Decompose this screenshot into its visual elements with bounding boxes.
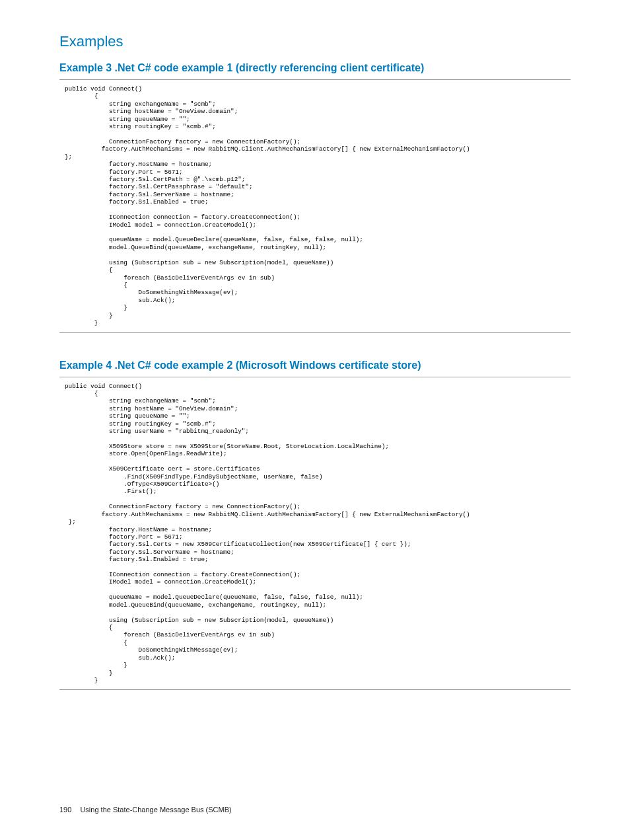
example3-code: public void Connect() { string exchangeN… xyxy=(59,81,571,331)
page-footer: 190 Using the State-Change Message Bus (… xyxy=(59,806,232,814)
section-title: Examples xyxy=(59,33,571,50)
example4-code-container: public void Connect() { string exchangeN… xyxy=(59,377,571,691)
page-number: 190 xyxy=(59,806,71,814)
example3-title: Example 3 .Net C# code example 1 (direct… xyxy=(59,62,571,74)
example4-title: Example 4 .Net C# code example 2 (Micros… xyxy=(59,360,571,371)
example4-code: public void Connect() { string exchangeN… xyxy=(59,379,571,689)
example3-code-container: public void Connect() { string exchangeN… xyxy=(59,79,571,333)
footer-text: Using the State-Change Message Bus (SCMB… xyxy=(80,806,231,814)
